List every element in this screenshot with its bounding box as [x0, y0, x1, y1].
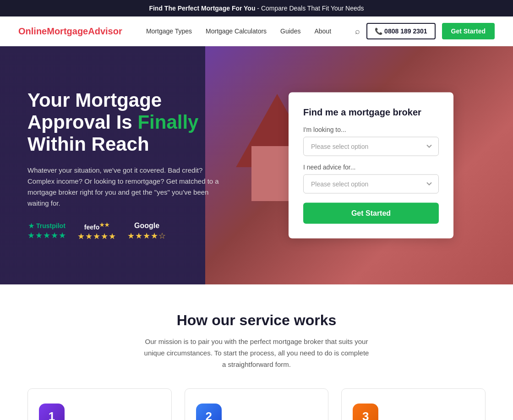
how-section: How our service works Our mission is to …	[0, 284, 513, 420]
nav-links: Mortgage Types Mortgage Calculators Guid…	[146, 27, 331, 35]
finder-label2: I need advice for...	[303, 164, 439, 171]
hero-description: Whatever your situation, we've got it co…	[27, 165, 220, 209]
step-card-1: 1 Fill in our quick form Let us know the…	[27, 388, 172, 420]
banner-rest: - Compare Deals That Fit Your Needs	[255, 5, 364, 12]
hero-content: Your Mortgage Approval Is Finally Within…	[27, 89, 220, 242]
nav-mortgage-types[interactable]: Mortgage Types	[146, 27, 192, 35]
steps-grid: 1 Fill in our quick form Let us know the…	[27, 388, 486, 420]
logo[interactable]: OnlineMortgageAdvisor	[18, 26, 122, 37]
search-icon[interactable]: ⌕	[355, 27, 360, 36]
how-description: Our mission is to pair you with the perf…	[142, 336, 371, 370]
hero-ratings: ★ Trustpilot ★★★★★ feefo★★ ★★★★★ Google …	[27, 222, 220, 242]
finder-title: Find me a mortgage broker	[303, 107, 439, 118]
step-card-2: 2 Get matched We will match you to a rea…	[185, 388, 329, 420]
hero-highlight: Finally	[137, 111, 198, 133]
google-rating: Google ★★★★☆	[127, 222, 166, 241]
logo-online: Online	[18, 26, 47, 36]
logo-mortgage: Mortgage	[47, 26, 88, 36]
hero-section: Your Mortgage Approval Is Finally Within…	[0, 46, 513, 284]
feefo-rating: feefo★★ ★★★★★	[77, 222, 116, 242]
top-banner: Find The Perfect Mortgage For You - Comp…	[0, 0, 513, 16]
google-stars: ★★★★☆	[127, 231, 166, 241]
phone-button[interactable]: 📞 0808 189 2301	[366, 23, 435, 39]
how-title: How our service works	[18, 312, 495, 329]
step-number-1: 1	[39, 404, 65, 420]
get-started-nav-button[interactable]: Get Started	[442, 23, 495, 39]
finder-get-started-button[interactable]: Get Started	[303, 203, 439, 224]
hero-title: Your Mortgage Approval Is Finally Within…	[27, 89, 220, 156]
banner-bold: Find The Perfect Mortgage For You	[149, 5, 255, 12]
nav-right: ⌕ 📞 0808 189 2301 Get Started	[355, 23, 495, 39]
step-card-3: 3 The right advice, first time Your expe…	[341, 388, 486, 420]
logo-advisor: Advisor	[88, 26, 122, 36]
feefo-stars: ★★★★★	[77, 231, 116, 241]
finder-select-looking[interactable]: Please select option Buy a property Remo…	[303, 137, 439, 156]
finder-card: Find me a mortgage broker I'm looking to…	[289, 93, 453, 239]
trustpilot-rating: ★ Trustpilot ★★★★★	[27, 222, 66, 240]
nav-about[interactable]: About	[314, 27, 331, 35]
nav-mortgage-calculators[interactable]: Mortgage Calculators	[206, 27, 267, 35]
step-number-2: 2	[196, 404, 222, 420]
finder-select-advice[interactable]: Please select option First-time buyer Mo…	[303, 175, 439, 194]
trustpilot-stars: ★★★★★	[27, 230, 66, 240]
finder-label1: I'm looking to...	[303, 126, 439, 133]
step-number-3: 3	[353, 404, 378, 420]
nav-guides[interactable]: Guides	[280, 27, 300, 35]
navbar: OnlineMortgageAdvisor Mortgage Types Mor…	[0, 16, 513, 46]
